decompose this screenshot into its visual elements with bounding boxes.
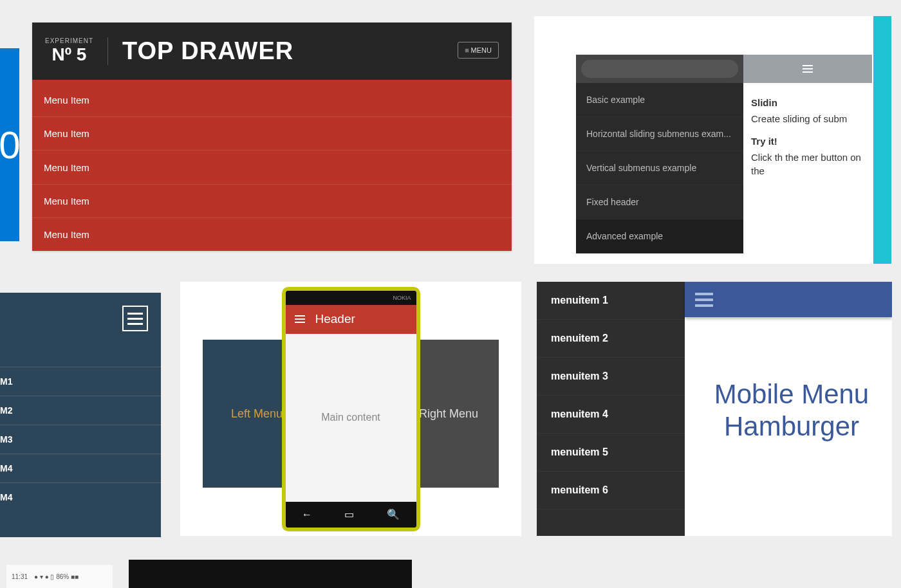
nav-item[interactable]: M4 <box>0 482 161 511</box>
dark-blue-nav-card: M1 M2 M3 M4 M4 <box>0 293 161 537</box>
menu-item[interactable]: menuitem 3 <box>537 358 685 396</box>
page-title: Mobile Menu Hamburger <box>698 378 886 443</box>
phone-frame: NOKIA Header Main content ← ▭ 🔍 <box>282 287 420 531</box>
top-drawer-title: TOP DRAWER <box>122 37 293 65</box>
phone-app-header: Header <box>286 305 416 334</box>
menu-item[interactable]: Menu Item <box>32 84 512 116</box>
nav-list: M1 M2 M3 M4 M4 <box>0 367 161 511</box>
nav-item[interactable]: M3 <box>0 425 161 454</box>
menu-button[interactable]: ≡ MENU <box>458 42 499 59</box>
menu-item[interactable]: Menu Item <box>32 184 512 217</box>
paragraph: Create sliding of subm <box>751 112 864 125</box>
hamburger-icon[interactable] <box>295 315 305 323</box>
blue-tile-glyph: 0 <box>0 123 19 167</box>
drawer-item-active[interactable]: Advanced example <box>576 219 743 253</box>
menu-item[interactable]: menuitem 5 <box>537 434 685 472</box>
heading-sliding: Slidin <box>751 97 864 108</box>
content-label: Main content <box>321 412 380 423</box>
experiment-number: Nº 5 <box>45 44 93 65</box>
drawer-item[interactable]: Horizontal sliding submenus exam... <box>576 117 743 151</box>
status-icons: ● ▾ ● ▯ 86% ■■ <box>34 573 79 580</box>
drawer-item[interactable]: Vertical submenus example <box>576 151 743 185</box>
menu-item[interactable]: menuitem 4 <box>537 396 685 434</box>
mobile-menu-hamburger-card: menuitem 1 menuitem 2 menuitem 3 menuite… <box>537 282 892 536</box>
status-time: 11:31 <box>12 573 28 580</box>
top-drawer-card: EXPERIMENT Nº 5 TOP DRAWER ≡ MENU Menu I… <box>32 23 512 251</box>
nav-item[interactable]: M2 <box>0 396 161 425</box>
hamburger-button[interactable] <box>695 293 713 307</box>
drawer-item[interactable]: Fixed header <box>576 185 743 219</box>
menu-item[interactable]: menuitem 6 <box>537 472 685 510</box>
menu-item[interactable]: Menu Item <box>32 217 512 251</box>
paragraph: Click th the mer button on the <box>751 151 864 178</box>
side-drawer: menuitem 1 menuitem 2 menuitem 3 menuite… <box>537 282 685 536</box>
phone-main-content: Main content <box>286 334 416 502</box>
right-menu-label: Right Menu <box>419 407 478 421</box>
app-top-bar <box>685 282 892 317</box>
home-button[interactable]: ▭ <box>344 508 354 520</box>
phone-brand: NOKIA <box>393 295 411 301</box>
drawer-item[interactable]: Basic example <box>576 83 743 117</box>
nav-item[interactable]: M1 <box>0 367 161 396</box>
search-input[interactable] <box>581 60 738 78</box>
phone-status-bar: NOKIA <box>286 291 416 305</box>
left-menu-label: Left Menu <box>231 407 283 421</box>
dark-drawer: Basic example Horizontal sliding submenu… <box>576 55 743 253</box>
drawer-search-wrap <box>576 55 743 83</box>
status-bar-sliver: 11:31 ● ▾ ● ▯ 86% ■■ <box>6 565 113 588</box>
menu-item[interactable]: menuitem 2 <box>537 320 685 358</box>
dark-card-sliver <box>129 560 412 588</box>
menu-item[interactable]: Menu Item <box>32 116 512 150</box>
hamburger-button[interactable] <box>743 55 872 83</box>
experiment-label: EXPERIMENT <box>45 37 93 44</box>
teal-accent <box>873 16 891 264</box>
right-menu-panel[interactable]: Right Menu <box>415 340 499 488</box>
experiment-badge: EXPERIMENT Nº 5 <box>45 37 108 65</box>
left-menu-panel[interactable]: Left Menu <box>203 340 286 488</box>
search-button[interactable]: 🔍 <box>387 508 400 520</box>
top-drawer-header: EXPERIMENT Nº 5 TOP DRAWER ≡ MENU <box>32 23 512 84</box>
menu-item[interactable]: Menu Item <box>32 150 512 183</box>
back-button[interactable]: ← <box>302 509 312 520</box>
hamburger-button[interactable] <box>122 306 148 331</box>
phone-header-title: Header <box>315 312 355 326</box>
phone-mockup-card: Left Menu Right Menu NOKIA Header Main c… <box>180 282 521 536</box>
drawer-description: Slidin Create sliding of subm Try it! Cl… <box>743 83 872 202</box>
top-drawer-menu: Menu Item Menu Item Menu Item Menu Item … <box>32 84 512 251</box>
drawer-content-panel: Slidin Create sliding of subm Try it! Cl… <box>743 55 872 202</box>
phone-nav-buttons: ← ▭ 🔍 <box>286 502 416 528</box>
heading-try-it: Try it! <box>751 136 864 147</box>
blue-tile-sliver: 0 <box>0 48 19 241</box>
hamburger-icon <box>803 65 813 73</box>
nav-item[interactable]: M4 <box>0 454 161 482</box>
menu-item[interactable]: menuitem 1 <box>537 282 685 320</box>
sliding-drawer-card: Basic example Horizontal sliding submenu… <box>534 16 891 264</box>
